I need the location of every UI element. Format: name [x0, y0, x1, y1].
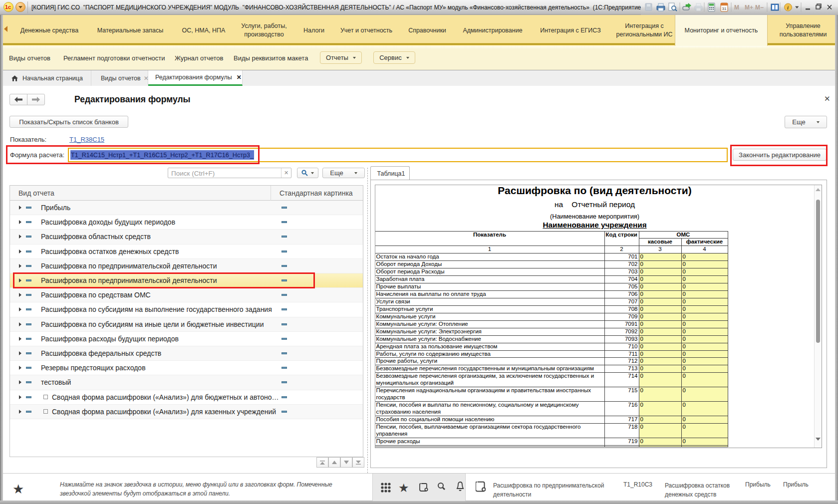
svg-text:M−: M−: [755, 4, 764, 11]
svg-text:M+: M+: [745, 4, 753, 11]
svg-text:M: M: [734, 4, 739, 11]
svg-text:★: ★: [398, 481, 409, 495]
svg-text:31: 31: [722, 6, 727, 11]
